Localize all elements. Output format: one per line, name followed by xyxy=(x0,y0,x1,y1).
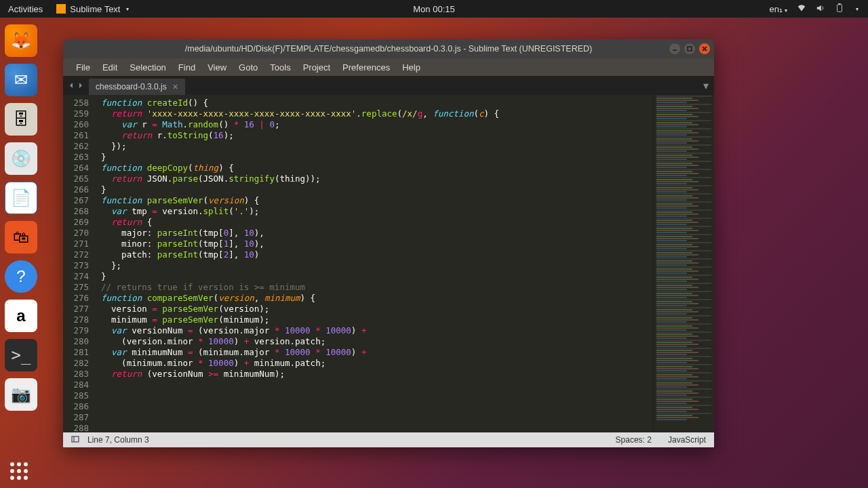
chevron-down-icon: ▾ xyxy=(126,6,129,12)
volume-icon[interactable] xyxy=(816,3,825,15)
window-controls xyxy=(669,43,710,54)
svg-rect-1 xyxy=(838,3,841,5)
menu-tools[interactable]: Tools xyxy=(264,60,296,75)
dock-amazon[interactable]: a xyxy=(5,300,37,332)
gnome-top-panel: Activities Sublime Text ▾ Mon 00:15 en₁▾… xyxy=(0,0,868,18)
svg-rect-0 xyxy=(837,4,842,12)
window-titlebar[interactable]: /media/ubuntu/HD/Disk(F)/TEMPLATE/chessg… xyxy=(63,39,714,58)
window-title: /media/ubuntu/HD/Disk(F)/TEMPLATE/chessg… xyxy=(63,44,714,54)
minimize-button[interactable] xyxy=(669,43,680,54)
svg-rect-2 xyxy=(688,47,692,51)
sublime-text-icon xyxy=(56,4,66,14)
dock-screenshot[interactable]: 📷 xyxy=(5,378,37,411)
minimap[interactable] xyxy=(653,95,714,432)
tab-bar: chessboard-0.3.0.js ✕ ▾ xyxy=(63,76,714,95)
editor-area: 2582592602612622632642652662672682692702… xyxy=(63,95,714,432)
status-bar: Line 7, Column 3 Spaces: 2 JavaScript xyxy=(63,432,714,447)
app-menu[interactable]: Sublime Text ▾ xyxy=(51,4,134,14)
show-applications-button[interactable] xyxy=(10,462,28,480)
dock-thunderbird[interactable]: ✉ xyxy=(5,64,37,96)
dock-writer[interactable]: 📄 xyxy=(5,182,37,214)
dock-files[interactable]: 🗄 xyxy=(5,103,37,136)
indent-setting[interactable]: Spaces: 2 xyxy=(616,435,652,445)
battery-icon[interactable] xyxy=(835,3,844,15)
sublime-text-window: /media/ubuntu/HD/Disk(F)/TEMPLATE/chessg… xyxy=(63,39,714,447)
clock[interactable]: Mon 00:15 xyxy=(413,4,454,14)
cursor-position[interactable]: Line 7, Column 3 xyxy=(87,435,149,445)
menu-selection[interactable]: Selection xyxy=(123,60,172,75)
close-button[interactable] xyxy=(699,43,710,54)
menu-project[interactable]: Project xyxy=(297,60,336,75)
app-menu-label: Sublime Text xyxy=(70,4,120,14)
wifi-icon[interactable] xyxy=(797,3,806,15)
line-number-gutter: 2582592602612622632642652662672682692702… xyxy=(63,95,96,432)
dock-firefox[interactable]: 🦊 xyxy=(5,24,37,57)
system-menu-arrow[interactable]: ▾ xyxy=(856,6,859,12)
dock-help[interactable]: ? xyxy=(5,260,37,293)
tab-label: chessboard-0.3.0.js xyxy=(96,82,167,92)
code-area[interactable]: function createId() { return 'xxxx-xxxx-… xyxy=(96,95,653,432)
menu-goto[interactable]: Goto xyxy=(233,60,264,75)
tab-close-icon[interactable]: ✕ xyxy=(172,83,178,92)
menu-find[interactable]: Find xyxy=(172,60,201,75)
keyboard-layout-indicator[interactable]: en₁▾ xyxy=(770,4,787,14)
dock-terminal[interactable]: >_ xyxy=(5,339,37,371)
menu-help[interactable]: Help xyxy=(396,60,427,75)
sidebar-toggle-icon[interactable] xyxy=(71,435,79,445)
ubuntu-dock: 🦊 ✉ 🗄 💿 📄 🛍 ? a >_ 📷 xyxy=(0,18,42,488)
syntax-setting[interactable]: JavaScript xyxy=(668,435,706,445)
svg-rect-3 xyxy=(72,436,79,442)
activities-button[interactable]: Activities xyxy=(0,4,51,14)
menu-file[interactable]: File xyxy=(70,60,96,75)
menubar: FileEditSelectionFindViewGotoToolsProjec… xyxy=(63,58,714,76)
tab-overflow-icon[interactable]: ▾ xyxy=(703,79,709,92)
tab-nav-right-icon[interactable] xyxy=(77,81,85,89)
system-tray: en₁▾ ▾ xyxy=(770,3,868,15)
dock-software[interactable]: 🛍 xyxy=(5,221,37,253)
dock-disks[interactable]: 💿 xyxy=(5,142,37,175)
menu-edit[interactable]: Edit xyxy=(96,60,123,75)
file-tab[interactable]: chessboard-0.3.0.js ✕ xyxy=(89,79,185,95)
menu-view[interactable]: View xyxy=(201,60,233,75)
tab-nav-left-icon[interactable] xyxy=(67,81,75,89)
menu-preferences[interactable]: Preferences xyxy=(336,60,396,75)
maximize-button[interactable] xyxy=(684,43,695,54)
